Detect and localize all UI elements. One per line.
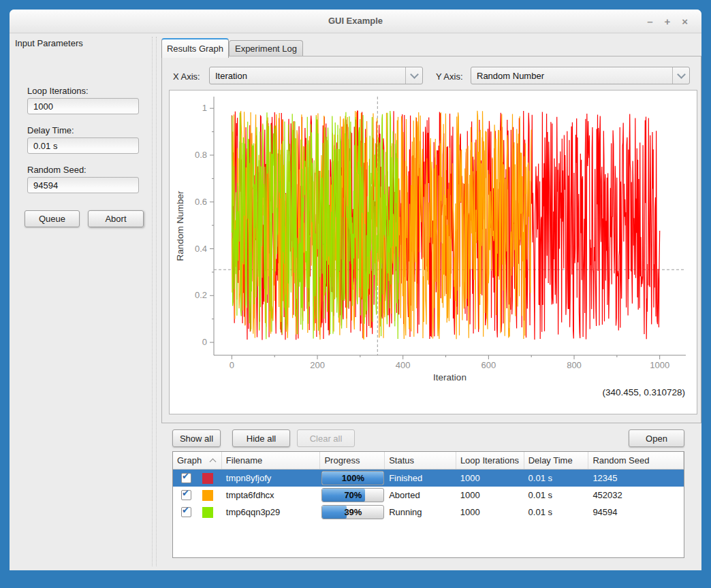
delay-time-cell: 0.01 s bbox=[524, 507, 589, 517]
panel-title: Input Parameters bbox=[15, 38, 83, 48]
check-icon: ✔ bbox=[182, 507, 189, 516]
filename-cell: tmpta6fdhcx bbox=[222, 490, 321, 500]
y-axis-label: Random Number bbox=[175, 191, 185, 261]
y-tick-label: 1 bbox=[202, 103, 207, 113]
column-header-loop-iterations[interactable]: Loop Iterations bbox=[456, 452, 524, 469]
x-tick-label: 200 bbox=[310, 360, 325, 370]
cursor-coordinates-readout: (340.455, 0.310728) bbox=[602, 387, 685, 397]
graph-visible-checkbox[interactable]: ✔ bbox=[181, 507, 191, 517]
filename-cell: tmpn8yfjofy bbox=[222, 473, 321, 483]
series-color-swatch bbox=[202, 490, 213, 501]
loop-iterations-cell: 1000 bbox=[456, 507, 524, 517]
y-axis-selector-label: Y Axis: bbox=[436, 71, 463, 82]
delay-time-cell: 0.01 s bbox=[524, 473, 589, 483]
x-tick-label: 800 bbox=[567, 360, 582, 370]
plot-area[interactable]: 00.20.40.60.8102004006008001000Iteration… bbox=[169, 90, 697, 414]
graph-visible-checkbox[interactable]: ✔ bbox=[181, 490, 191, 500]
random-seed-input[interactable] bbox=[27, 177, 139, 193]
progress-cell: 39% bbox=[320, 505, 385, 519]
progress-cell: 70% bbox=[320, 488, 385, 502]
y-axis-selected-value: Random Number bbox=[477, 71, 544, 81]
x-axis-selected-value: Iteration bbox=[215, 71, 247, 81]
random-seed-cell: 94594 bbox=[588, 507, 684, 517]
graph-visible-checkbox[interactable]: ✔ bbox=[181, 473, 191, 483]
progress-label: 100% bbox=[322, 472, 383, 485]
filename-cell: tmp6qqn3p29 bbox=[222, 507, 321, 517]
table-row[interactable]: ✔tmpta6fdhcx70%Aborted10000.01 s452032 bbox=[173, 487, 684, 504]
status-cell: Aborted bbox=[385, 490, 456, 500]
column-header-delay-time[interactable]: Delay Time bbox=[524, 452, 589, 469]
progress-label: 39% bbox=[322, 506, 383, 519]
clear-all-button: Clear all bbox=[297, 429, 355, 447]
y-axis-combobox[interactable]: Random Number bbox=[471, 67, 690, 84]
loop-iterations-cell: 1000 bbox=[456, 473, 524, 483]
random-seed-cell: 12345 bbox=[588, 473, 684, 483]
y-tick-label: 0.2 bbox=[195, 290, 207, 300]
loop-iterations-label: Loop Iterations: bbox=[27, 86, 89, 96]
delay-time-cell: 0.01 s bbox=[524, 490, 589, 500]
random-seed-label: Random Seed: bbox=[27, 165, 86, 175]
combo-arrow-box bbox=[405, 67, 422, 84]
series-color-swatch bbox=[202, 473, 213, 484]
title-bar[interactable]: GUI Example – + × bbox=[10, 10, 701, 33]
random-seed-cell: 452032 bbox=[588, 490, 684, 500]
tab-experiment-log[interactable]: Experiment Log bbox=[229, 40, 303, 56]
show-all-button[interactable]: Show all bbox=[172, 429, 221, 447]
table-row[interactable]: ✔tmpn8yfjofy100%Finished10000.01 s12345 bbox=[173, 470, 684, 487]
sort-ascending-icon bbox=[209, 459, 216, 466]
x-tick-label: 1000 bbox=[650, 360, 669, 370]
check-icon: ✔ bbox=[182, 490, 189, 499]
combo-arrow-box bbox=[672, 67, 689, 84]
table-body: ✔tmpn8yfjofy100%Finished10000.01 s12345✔… bbox=[173, 470, 684, 521]
main-window: GUI Example – + × Input Parameters Loop … bbox=[10, 10, 701, 570]
column-header-filename[interactable]: Filename bbox=[222, 452, 321, 469]
x-tick-label: 400 bbox=[396, 360, 411, 370]
abort-button[interactable]: Abort bbox=[88, 210, 144, 227]
column-header-random-seed[interactable]: Random Seed bbox=[588, 452, 684, 469]
input-parameters-panel: Input Parameters Loop Iterations: Delay … bbox=[10, 33, 151, 570]
progress-bar: 100% bbox=[321, 471, 384, 485]
table-header-row: GraphFilenameProgressStatusLoop Iteratio… bbox=[173, 452, 684, 470]
progress-cell: 100% bbox=[320, 471, 385, 485]
window-title: GUI Example bbox=[10, 10, 701, 33]
delay-time-input[interactable] bbox=[27, 137, 139, 154]
progress-label: 70% bbox=[322, 489, 383, 502]
y-tick-label: 0.8 bbox=[195, 150, 207, 160]
table-row[interactable]: ✔tmp6qqn3p2939%Running10000.01 s94594 bbox=[173, 504, 684, 521]
y-tick-label: 0.4 bbox=[195, 244, 207, 254]
panel-splitter[interactable] bbox=[152, 37, 157, 566]
hide-all-button[interactable]: Hide all bbox=[232, 429, 290, 447]
progress-bar: 39% bbox=[321, 505, 384, 519]
column-header-progress[interactable]: Progress bbox=[320, 452, 385, 469]
y-tick-label: 0.6 bbox=[195, 197, 207, 207]
x-axis-combobox[interactable]: Iteration bbox=[209, 67, 423, 84]
x-axis-selector-label: X Axis: bbox=[173, 71, 200, 82]
loop-iterations-input[interactable] bbox=[27, 98, 139, 114]
series-color-swatch bbox=[202, 507, 213, 518]
delay-time-label: Delay Time: bbox=[27, 125, 74, 135]
minimize-icon[interactable]: – bbox=[647, 16, 652, 27]
progress-bar: 70% bbox=[321, 488, 384, 502]
queue-button[interactable]: Queue bbox=[25, 210, 80, 227]
column-header-graph[interactable]: Graph bbox=[173, 452, 222, 469]
open-button[interactable]: Open bbox=[629, 429, 684, 447]
check-icon: ✔ bbox=[182, 473, 189, 482]
x-axis-label: Iteration bbox=[433, 372, 467, 382]
column-header-status[interactable]: Status bbox=[385, 452, 456, 469]
random-number-line-chart[interactable]: 00.20.40.60.8102004006008001000Iteration… bbox=[170, 91, 695, 412]
experiments-table: GraphFilenameProgressStatusLoop Iteratio… bbox=[172, 451, 684, 558]
loop-iterations-cell: 1000 bbox=[456, 490, 524, 500]
results-graph-pane: X Axis: Iteration Y Axis: Random Number … bbox=[161, 56, 701, 423]
x-tick-label: 600 bbox=[481, 360, 496, 370]
maximize-icon[interactable]: + bbox=[664, 16, 670, 27]
tab-results-graph[interactable]: Results Graph bbox=[161, 38, 229, 58]
status-cell: Finished bbox=[385, 473, 456, 483]
close-icon[interactable]: × bbox=[682, 16, 688, 27]
y-tick-label: 0 bbox=[202, 337, 207, 347]
x-tick-label: 0 bbox=[230, 360, 234, 370]
chevron-down-icon bbox=[410, 70, 419, 79]
chevron-down-icon bbox=[677, 70, 686, 79]
status-cell: Running bbox=[385, 507, 456, 517]
